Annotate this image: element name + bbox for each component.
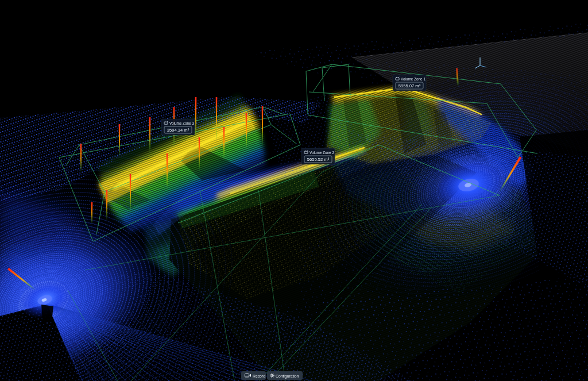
svg-text:Record: Record	[253, 374, 265, 378]
svg-text:Volume Zone 2: Volume Zone 2	[310, 151, 334, 155]
svg-text:Configuration: Configuration	[276, 374, 299, 379]
svg-text:Volume Zone 1: Volume Zone 1	[401, 77, 425, 81]
svg-text:Volume Zone 3: Volume Zone 3	[169, 121, 194, 125]
svg-text:3594.34 m³: 3594.34 m³	[167, 128, 189, 133]
svg-text:5655.52 m³: 5655.52 m³	[307, 157, 330, 162]
svg-text:5955.07 m³: 5955.07 m³	[399, 83, 421, 88]
